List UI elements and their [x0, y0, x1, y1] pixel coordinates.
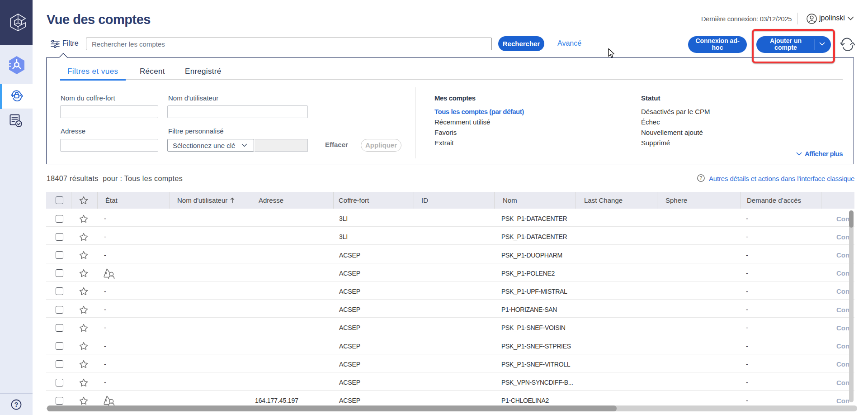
- svg-text:?: ?: [700, 175, 703, 181]
- svg-text:?: ?: [14, 401, 19, 408]
